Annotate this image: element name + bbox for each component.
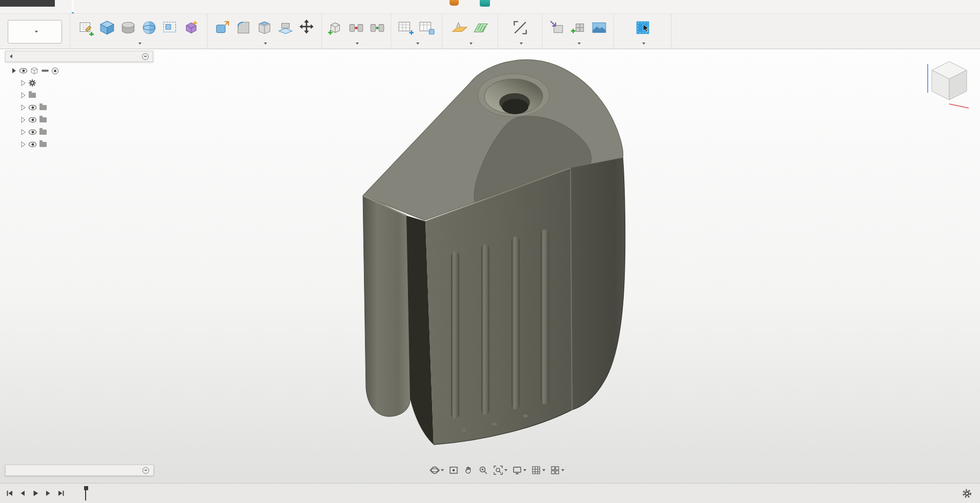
activate-component-radio[interactable] [52,68,58,74]
extension-orange-icon[interactable] [450,0,459,6]
document-name[interactable] [42,70,49,72]
create-form-button[interactable] [181,17,201,38]
measure-button[interactable] [511,17,530,38]
create-sphere-button[interactable] [139,17,159,38]
workspace-dropdown[interactable] [8,20,62,44]
press-pull-button[interactable] [213,17,232,38]
create-pattern-button[interactable] [160,17,180,38]
tree-item-corps[interactable] [5,126,153,138]
tab-utilitaires[interactable] [174,0,176,13]
expand-arrow-icon[interactable] [21,117,26,123]
collapse-left-icon[interactable] [10,54,12,58]
create-cylinder-button[interactable] [118,17,138,38]
main-toolbar [0,14,980,49]
group-label-selectionner[interactable] [640,39,645,48]
tree-item-vues-nommees[interactable] [5,89,153,101]
tab-maillage[interactable] [113,0,115,13]
model-body[interactable] [363,60,625,445]
step-forward-button[interactable] [43,488,54,499]
expand-arrow-icon[interactable] [21,80,26,86]
create-sketch-button[interactable] [76,17,96,38]
minimize-panel-icon[interactable] [142,467,149,474]
group-label-inspecter[interactable] [518,39,523,48]
zoom-fit-button[interactable] [493,465,507,475]
fillet-button[interactable] [234,17,253,38]
tree-item-origine[interactable] [5,101,153,114]
new-component-icon [327,19,343,36]
orbit-button[interactable] [430,465,444,475]
zoom-icon [478,465,488,475]
expand-arrow-icon[interactable] [21,141,26,148]
expand-arrow-icon[interactable] [21,129,26,135]
visibility-eye-icon[interactable] [19,68,27,73]
configure-features-button[interactable] [417,17,437,38]
group-label-configurer[interactable] [414,39,419,48]
configuration-table-button[interactable] [396,17,416,38]
visibility-eye-icon[interactable] [29,105,36,110]
insert-mesh-icon [570,19,586,36]
go-to-end-button[interactable] [55,488,67,499]
measure-icon [512,19,528,36]
move-copy-button[interactable] [297,17,316,38]
visibility-eye-icon[interactable] [29,130,36,135]
tree-item-parametres[interactable] [5,77,153,89]
visibility-eye-icon[interactable] [29,117,36,122]
insert-derive-icon [549,19,565,36]
shell-button[interactable] [255,17,274,38]
construct-axis-button[interactable] [471,17,491,38]
display-settings-button[interactable] [512,465,526,475]
tree-item-document-root[interactable] [5,65,153,77]
navigator-panel [5,51,153,151]
group-label-modifier[interactable] [262,39,267,48]
step-back-button[interactable] [17,488,28,499]
cylinder-icon [120,19,136,36]
minimize-panel-icon[interactable] [142,53,149,60]
tab-solide[interactable] [72,0,74,13]
navigator-header[interactable] [5,51,153,62]
tab-surfacique[interactable] [92,0,94,13]
group-label-construire[interactable] [467,39,473,48]
tab-plastique[interactable] [154,0,156,13]
tree-item-esquisses[interactable] [5,138,153,151]
display-settings-icon [512,465,522,475]
expand-arrow-icon[interactable] [21,104,26,111]
insert-mesh-button[interactable] [568,17,588,38]
tab-tolerie[interactable] [133,0,135,13]
viewports-button[interactable] [550,465,564,475]
insert-canvas-button[interactable] [589,17,609,38]
split-button[interactable] [276,17,295,38]
play-button[interactable] [30,488,41,499]
group-label-creer[interactable] [136,39,141,48]
tree-item-analyse[interactable] [5,114,153,126]
joint-button[interactable] [346,17,366,38]
new-component-button[interactable] [325,17,345,38]
timeline-settings-button[interactable] [962,489,972,498]
grid-snap-button[interactable] [531,465,545,475]
construct-plane-button[interactable] [450,17,469,38]
look-at-button[interactable] [448,465,459,475]
create-box-button[interactable] [97,17,117,38]
play-icon [31,490,39,497]
viewcube[interactable] [923,53,980,113]
visibility-eye-icon[interactable] [29,142,36,147]
select-button[interactable] [633,17,652,38]
pan-button[interactable] [463,465,474,475]
configuration-table-icon [398,19,414,36]
viewports-icon [550,465,560,475]
expand-arrow-icon[interactable] [11,68,16,74]
x-axis-line [949,104,969,108]
insert-derive-button[interactable] [547,17,567,38]
gear-icon [962,489,972,498]
group-label-inserer[interactable] [576,39,581,48]
comments-header[interactable] [5,465,154,476]
group-inserer [542,14,614,49]
extension-teal-icon[interactable] [480,0,490,7]
as-built-joint-button[interactable] [368,17,387,38]
go-to-start-button[interactable] [4,488,15,499]
expand-arrow-icon[interactable] [21,92,26,98]
folder-icon [39,130,47,135]
group-label-assembler[interactable] [354,39,359,48]
zoom-button[interactable] [478,465,488,475]
timeline-playhead[interactable] [83,486,88,500]
joint-icon [348,19,364,36]
